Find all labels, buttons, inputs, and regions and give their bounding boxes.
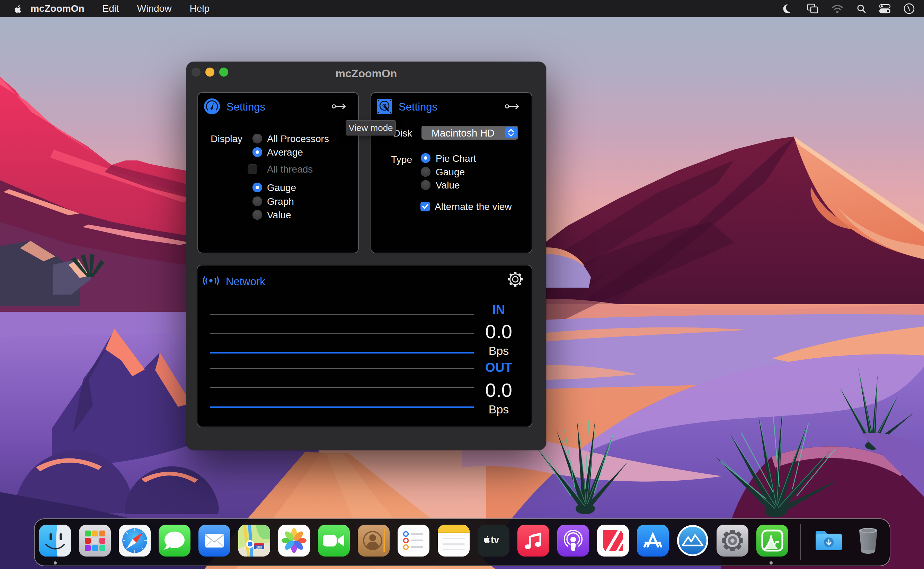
svg-text:tv: tv xyxy=(491,535,499,545)
svg-text:280: 280 xyxy=(256,545,262,549)
